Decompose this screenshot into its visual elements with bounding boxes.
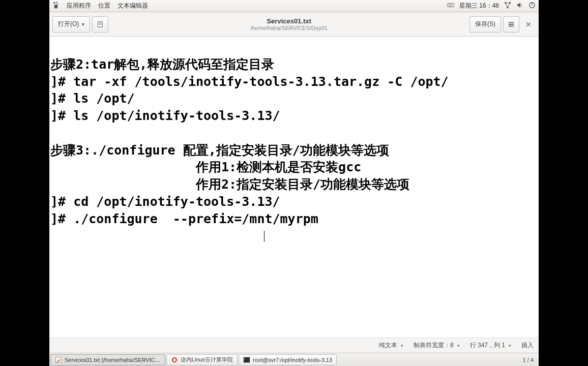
svg-point-1 xyxy=(56,2,57,3)
svg-rect-6 xyxy=(450,4,451,5)
save-button[interactable]: 保存(S) xyxy=(469,16,501,33)
power-icon[interactable] xyxy=(528,2,536,10)
bottom-taskbar: Services01.txt (/home/haha/SERVIC… 达内Lin… xyxy=(49,353,539,366)
text-editor-icon xyxy=(55,356,62,363)
svg-rect-23 xyxy=(244,357,250,362)
volume-icon[interactable] xyxy=(516,2,523,10)
keyboard-icon[interactable] xyxy=(447,2,454,10)
top-menubar: 应用程序 位置 文本编辑器 星期三 16：48 xyxy=(49,0,539,12)
menu-places[interactable]: 位置 xyxy=(98,2,110,10)
svg-point-3 xyxy=(54,5,58,9)
gnome-foot-icon xyxy=(52,2,60,10)
text-line: ]# ls /opt/ xyxy=(50,91,135,106)
editor-toolbar: 打开(O) Services01.txt /home/haha/SERVICES… xyxy=(49,12,539,37)
svg-point-22 xyxy=(173,358,175,361)
text-line: ]# ./configure --prefix=/mnt/myrpm xyxy=(50,211,318,226)
title-area: Services01.txt /home/haha/SERVICES/Day01 xyxy=(110,17,467,31)
svg-rect-7 xyxy=(451,4,452,5)
svg-rect-5 xyxy=(449,4,450,5)
document-title: Services01.txt xyxy=(267,17,311,25)
close-button[interactable]: ✕ xyxy=(521,17,536,32)
taskbar-item-label: 达内Linux云计算学院 xyxy=(181,356,233,363)
browser-icon xyxy=(171,356,178,363)
taskbar-item-label: root@svr7:/opt/inotify-tools-3.13 xyxy=(253,357,332,363)
open-button[interactable]: 打开(O) xyxy=(52,16,90,33)
text-line: 步骤3:./configure 配置,指定安装目录/功能模块等选项 xyxy=(50,143,389,158)
svg-point-0 xyxy=(53,2,55,4)
svg-rect-8 xyxy=(449,6,452,6)
status-bar: 纯文本 制表符宽度：8 行 347，列 1 插入 xyxy=(49,338,539,353)
workspace-pager[interactable]: 1 / 4 xyxy=(523,357,534,363)
text-line: 步骤2:tar解包,释放源代码至指定目录 xyxy=(50,57,274,72)
text-line: ]# cd /opt/inotify-tools-3.13/ xyxy=(50,194,280,209)
datetime-label[interactable]: 星期三 16：48 xyxy=(459,2,499,10)
new-document-button[interactable] xyxy=(92,16,108,33)
menu-text-editor[interactable]: 文本编辑器 xyxy=(117,2,148,10)
text-line: 作用2:指定安装目录/功能模块等选项 xyxy=(50,177,409,192)
text-line: ]# tar -xf /tools/inotify-tools-3.13.tar… xyxy=(50,74,449,89)
tab-width-selector[interactable]: 制表符宽度：8 xyxy=(414,341,460,350)
hamburger-menu-button[interactable] xyxy=(503,16,519,33)
svg-rect-4 xyxy=(448,4,454,7)
taskbar-item-gedit[interactable]: Services01.txt (/home/haha/SERVIC… xyxy=(50,354,165,365)
text-line: ]# ls /opt/inotify-tools-3.13/ xyxy=(50,108,280,123)
document-path: /home/haha/SERVICES/Day01 xyxy=(250,25,327,31)
syntax-mode-selector[interactable]: 纯文本 xyxy=(379,341,403,350)
text-cursor xyxy=(264,231,264,242)
editor-content[interactable]: 步骤2:tar解包,释放源代码至指定目录 ]# tar -xf /tools/i… xyxy=(49,37,539,338)
text-line: 作用1:检测本机是否安装gcc xyxy=(50,160,361,174)
cursor-position[interactable]: 行 347，列 1 xyxy=(470,341,511,350)
menu-applications[interactable]: 应用程序 xyxy=(67,2,91,10)
network-icon[interactable] xyxy=(504,2,511,10)
taskbar-item-terminal[interactable]: root@svr7:/opt/inotify-tools-3.13 xyxy=(239,354,337,365)
taskbar-item-browser[interactable]: 达内Linux云计算学院 xyxy=(166,354,238,365)
terminal-icon xyxy=(243,356,250,363)
taskbar-item-label: Services01.txt (/home/haha/SERVIC… xyxy=(65,357,161,363)
insert-mode[interactable]: 插入 xyxy=(521,341,534,350)
svg-point-2 xyxy=(57,3,58,4)
